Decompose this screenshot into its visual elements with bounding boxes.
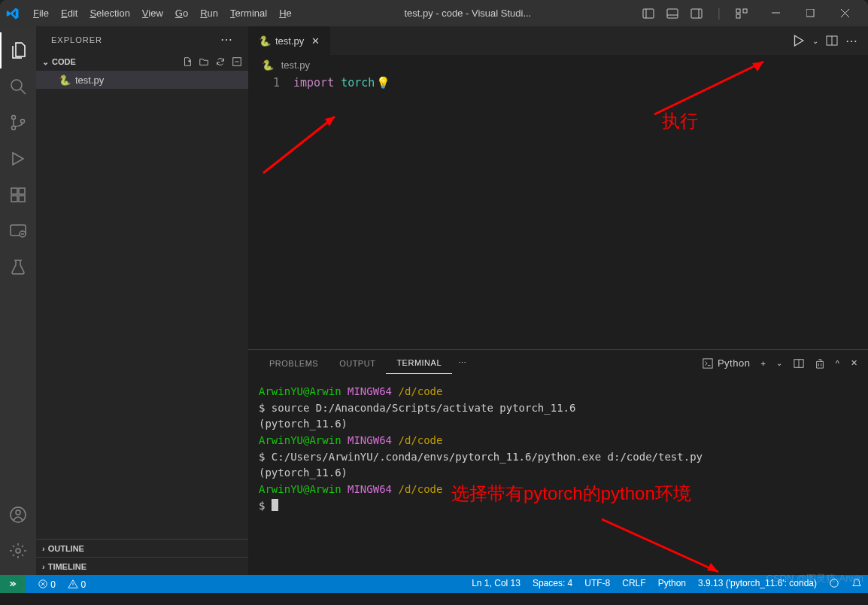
menu-file[interactable]: FFileile (27, 5, 55, 22)
new-terminal-icon[interactable]: + (760, 359, 766, 368)
watermark: CSDN @图灵猫-Arwin (766, 572, 863, 585)
testing-icon[interactable] (0, 249, 36, 285)
accounts-icon[interactable] (0, 497, 36, 533)
status-warnings[interactable]: 0 (62, 579, 92, 590)
module-torch: torch (341, 76, 375, 90)
kill-terminal-icon[interactable] (815, 358, 825, 369)
svg-rect-0 (643, 9, 654, 18)
window-controls (758, 1, 862, 26)
python-file-icon: 🐍 (59, 74, 71, 86)
run-debug-icon[interactable] (0, 141, 36, 177)
timeline-label: TIMELINE (48, 562, 86, 571)
status-language[interactable]: Python (652, 578, 692, 591)
panel-tab-output[interactable]: OUTPUT (329, 353, 386, 374)
menu-view[interactable]: View (136, 5, 169, 22)
svg-rect-2 (667, 9, 678, 18)
run-button[interactable] (791, 34, 805, 47)
run-dropdown-icon[interactable]: ⌄ (812, 37, 818, 45)
outline-section[interactable]: › OUTLINE (36, 539, 248, 557)
sidebar-header: EXPLORER ⋯ (36, 26, 248, 53)
status-encoding[interactable]: UTF-8 (578, 578, 616, 591)
panel-tab-terminal[interactable]: TERMINAL (386, 352, 452, 374)
refresh-icon[interactable] (215, 56, 226, 67)
folder-name: CODE (52, 57, 76, 66)
svg-point-13 (11, 80, 22, 90)
svg-rect-19 (11, 196, 17, 202)
source-control-icon[interactable] (0, 105, 36, 141)
svg-point-26 (16, 510, 20, 515)
titlebar: FFileile Edit Selection View Go Run Term… (0, 0, 868, 26)
file-item[interactable]: 🐍 test.py (36, 71, 248, 89)
python-file-icon: 🐍 (262, 59, 274, 71)
svg-point-27 (16, 549, 20, 553)
editor-content[interactable]: 1 import torch💡 (248, 74, 868, 349)
svg-point-15 (12, 116, 16, 120)
keyword-import: import (293, 76, 334, 90)
menu-terminal[interactable]: Terminal (224, 5, 273, 22)
tab-testpy[interactable]: 🐍 test.py ✕ (248, 26, 331, 55)
folder-header[interactable]: ⌄ CODE (36, 53, 248, 71)
new-file-icon[interactable] (182, 56, 193, 67)
close-panel-icon[interactable]: ✕ (851, 358, 858, 368)
menu-run[interactable]: Run (194, 5, 224, 22)
search-icon[interactable] (0, 68, 36, 105)
status-errors[interactable]: 0 (32, 579, 62, 590)
activity-bar (0, 26, 36, 575)
svg-rect-32 (703, 358, 712, 367)
extensions-icon[interactable] (0, 177, 36, 213)
status-eol[interactable]: CRLF (616, 578, 651, 591)
minimize-button[interactable] (758, 1, 793, 26)
svg-rect-8 (736, 14, 740, 18)
layout-panel-icon[interactable] (662, 5, 683, 23)
maximize-panel-icon[interactable]: ^ (836, 359, 840, 368)
close-button[interactable] (827, 1, 862, 26)
menu-help[interactable]: He (273, 5, 298, 22)
menu-edit[interactable]: Edit (55, 5, 83, 22)
tab-close-icon[interactable]: ✕ (311, 35, 320, 47)
split-editor-icon[interactable] (826, 35, 838, 47)
chevron-right-icon: › (42, 544, 45, 553)
terminal-cursor (272, 499, 278, 511)
editor-more-icon[interactable]: ⋯ (845, 34, 857, 48)
maximize-button[interactable] (793, 1, 827, 26)
status-ln-col[interactable]: Ln 1, Col 13 (466, 578, 527, 591)
menu-selection[interactable]: Selection (83, 5, 135, 22)
tab-label: test.py (275, 35, 304, 47)
remote-icon[interactable] (0, 213, 36, 249)
breadcrumb[interactable]: 🐍 test.py (248, 55, 868, 74)
python-file-icon: 🐍 (259, 35, 271, 47)
svg-rect-6 (736, 9, 740, 13)
layout-customize-icon[interactable] (731, 5, 752, 23)
explorer-icon[interactable] (0, 32, 36, 68)
svg-rect-7 (743, 9, 747, 13)
svg-rect-4 (691, 9, 702, 18)
chevron-right-icon: › (42, 562, 45, 571)
window-title: test.py - code - Visual Studi... (298, 8, 638, 19)
terminal-shell-label[interactable]: Python (703, 357, 750, 369)
terminal-content[interactable]: ArwinYU@Arwin MINGW64 /d/code $ source D… (248, 376, 868, 575)
status-spaces[interactable]: Spaces: 4 (527, 578, 578, 591)
chevron-down-icon: ⌄ (42, 57, 49, 67)
code-line[interactable]: import torch💡 (293, 74, 390, 349)
svg-rect-21 (19, 188, 25, 194)
layout-sidebar-left-icon[interactable] (638, 5, 659, 23)
panel-more-icon[interactable]: ⋯ (452, 358, 473, 368)
collapse-icon[interactable] (232, 56, 242, 67)
split-terminal-icon[interactable] (794, 358, 804, 369)
settings-icon[interactable] (0, 533, 36, 569)
svg-rect-20 (19, 196, 25, 202)
new-folder-icon[interactable] (199, 56, 209, 67)
timeline-section[interactable]: › TIMELINE (36, 557, 248, 575)
panel-tab-problems[interactable]: PROBLEMS (259, 353, 329, 374)
gutter: 1 (248, 74, 293, 349)
editor-area: 🐍 test.py ✕ ⌄ ⋯ 🐍 test.py 1 import torch… (248, 26, 868, 575)
layout-sidebar-right-icon[interactable] (686, 5, 707, 23)
vscode-logo-icon (6, 7, 20, 20)
menu-go[interactable]: Go (169, 5, 194, 22)
terminal-dropdown-icon[interactable]: ⌄ (776, 359, 783, 367)
panel-tabs: PROBLEMS OUTPUT TERMINAL ⋯ Python + ⌄ ^ … (248, 350, 868, 376)
sidebar-more-icon[interactable]: ⋯ (220, 32, 233, 47)
status-remote-icon[interactable] (0, 575, 26, 593)
sidebar: EXPLORER ⋯ ⌄ CODE 🐍 test.py › OUTLINE › (36, 26, 248, 575)
lightbulb-icon[interactable]: 💡 (376, 76, 390, 90)
